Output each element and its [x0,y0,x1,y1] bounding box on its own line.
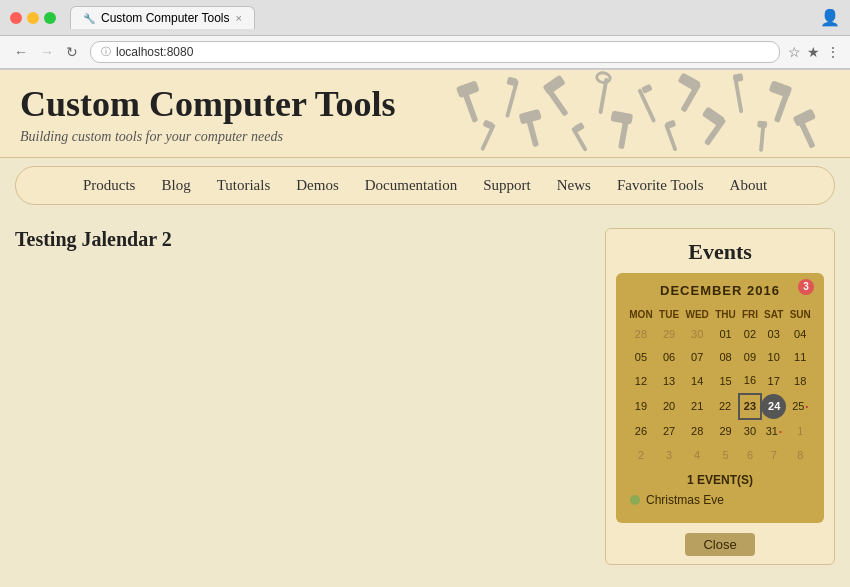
calendar-day[interactable]: 8 [786,444,814,467]
toolbar-icons: ☆ ★ ⋮ [788,44,840,61]
minimize-window-button[interactable] [27,12,39,24]
calendar-day[interactable]: 17 [761,369,786,393]
svg-point-7 [596,72,611,84]
calendar-day[interactable]: 05 [626,346,656,369]
event-list: Christmas Eve [626,491,814,513]
calendar-day[interactable]: 06 [656,346,682,369]
nav-item-favorite-tools[interactable]: Favorite Tools [605,173,716,198]
nav-buttons: ← → ↻ [10,42,82,62]
calendar-week-row: 2627282930311 [626,419,814,443]
calendar-day[interactable]: 02 [739,323,761,346]
calendar-day[interactable]: 30 [682,323,712,346]
svg-rect-29 [757,121,767,129]
reload-button[interactable]: ↻ [62,42,82,62]
forward-button[interactable]: → [36,42,58,62]
calendar-day[interactable]: 3 [656,444,682,467]
address-bar[interactable]: ⓘ localhost:8080 [90,41,780,63]
calendar-day[interactable]: 20 [656,394,682,419]
calendar-body: 2829300102030405060708091011121314151617… [626,323,814,467]
nav-item-documentation[interactable]: Documentation [353,173,469,198]
calendar-day[interactable]: 19 [626,394,656,419]
events-title: Events [606,229,834,273]
calendar-day[interactable]: 16 [739,369,761,393]
site-nav: Products Blog Tutorials Demos Documentat… [15,166,835,205]
calendar-day[interactable]: 10 [761,346,786,369]
svg-rect-5 [542,75,565,96]
calendar-day[interactable]: 5 [712,444,739,467]
col-tue: TUE [656,306,682,323]
header-text: Custom Computer Tools Building custom to… [20,85,395,145]
nav-item-products[interactable]: Products [71,173,148,198]
nav-item-support[interactable]: Support [471,173,543,198]
page-content: Custom Computer Tools Building custom to… [0,70,850,587]
calendar-week-row: 19202122232425 [626,394,814,419]
calendar-day[interactable]: 08 [712,346,739,369]
calendar-day[interactable]: 4 [682,444,712,467]
close-window-button[interactable] [10,12,22,24]
nav-item-blog[interactable]: Blog [149,173,202,198]
calendar-month-year: DECEMBER 2016 [660,283,780,298]
calendar-day[interactable]: 27 [656,419,682,443]
calendar-day[interactable]: 04 [786,323,814,346]
calendar-day[interactable]: 31 [761,419,786,443]
calendar-header-row: MON TUE WED THU FRI SAT SUN [626,306,814,323]
calendar-day[interactable]: 14 [682,369,712,393]
svg-rect-9 [641,84,653,94]
menu-icon[interactable]: ⋮ [826,44,840,61]
site-header: Custom Computer Tools Building custom to… [0,70,850,158]
calendar-header: DECEMBER 2016 3 [626,283,814,298]
nav-item-demos[interactable]: Demos [284,173,351,198]
calendar-day[interactable]: 7 [761,444,786,467]
nav-item-news[interactable]: News [545,173,603,198]
calendar-day[interactable]: 22 [712,394,739,419]
svg-rect-8 [637,88,656,123]
nav-item-about[interactable]: About [718,173,780,198]
lock-icon: ⓘ [101,45,111,59]
svg-rect-15 [769,80,793,98]
calendar-day[interactable]: 29 [656,323,682,346]
browser-titlebar: 🔧 Custom Computer Tools × 👤 [0,0,850,36]
calendar-day[interactable]: 1 [786,419,814,443]
page-title: Testing Jalendar 2 [15,228,590,251]
calendar-day[interactable]: 29 [712,419,739,443]
calendar-week-row: 2345678 [626,444,814,467]
calendar-day[interactable]: 18 [786,369,814,393]
calendar-day[interactable]: 21 [682,394,712,419]
calendar-day[interactable]: 2 [626,444,656,467]
list-item: Christmas Eve [630,491,810,509]
calendar-day[interactable]: 03 [761,323,786,346]
bookmark-icon[interactable]: ☆ [788,44,801,61]
calendar-day[interactable]: 28 [626,323,656,346]
maximize-window-button[interactable] [44,12,56,24]
back-button[interactable]: ← [10,42,32,62]
user-account-icon[interactable]: 👤 [820,8,840,27]
event-count-badge: 3 [798,279,814,295]
calendar-day[interactable]: 30 [739,419,761,443]
browser-chrome: 🔧 Custom Computer Tools × 👤 ← → ↻ ⓘ loca… [0,0,850,70]
calendar-day[interactable]: 09 [739,346,761,369]
calendar-day[interactable]: 23 [739,394,761,419]
calendar-day[interactable]: 01 [712,323,739,346]
calendar-day[interactable]: 6 [739,444,761,467]
col-wed: WED [682,306,712,323]
browser-tab[interactable]: 🔧 Custom Computer Tools × [70,6,255,29]
calendar-day[interactable]: 26 [626,419,656,443]
calendar-day[interactable]: 15 [712,369,739,393]
svg-rect-13 [733,73,744,82]
browser-addressbar: ← → ↻ ⓘ localhost:8080 ☆ ★ ⋮ [0,36,850,69]
tab-title: Custom Computer Tools [101,11,230,25]
nav-item-tutorials[interactable]: Tutorials [205,173,283,198]
calendar-day[interactable]: 11 [786,346,814,369]
calendar-day[interactable]: 24 [761,394,786,419]
calendar-day[interactable]: 07 [682,346,712,369]
calendar-day[interactable]: 12 [626,369,656,393]
calendar-close-button[interactable]: Close [685,533,754,556]
calendar-day[interactable]: 13 [656,369,682,393]
sidebar: Events DECEMBER 2016 3 MON TUE WED THU [605,228,835,578]
col-thu: THU [712,306,739,323]
tab-close-icon[interactable]: × [236,12,242,24]
star-icon[interactable]: ★ [807,44,820,61]
calendar-day[interactable]: 28 [682,419,712,443]
calendar-day[interactable]: 25 [786,394,814,419]
svg-rect-23 [610,111,633,125]
